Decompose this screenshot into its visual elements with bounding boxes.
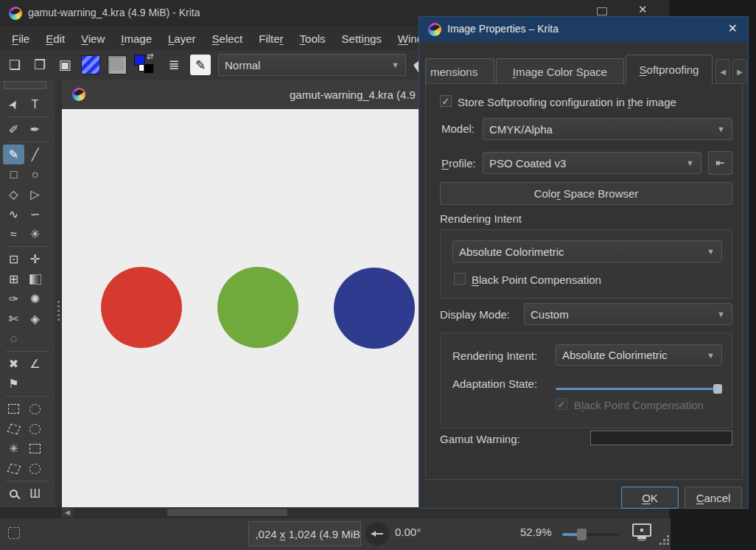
polygonal-selection-tool[interactable]: [3, 419, 24, 439]
scroll-left-icon[interactable]: ◀: [62, 507, 73, 518]
menu-filter[interactable]: Filter: [259, 32, 283, 45]
zoom-slider[interactable]: [562, 533, 620, 536]
dynamic-brush-tool[interactable]: ≈: [3, 224, 24, 244]
ok-button[interactable]: OK: [621, 487, 679, 509]
horizontal-scrollbar[interactable]: ◀: [62, 507, 669, 518]
smart-patch-tool[interactable]: ✄: [3, 309, 24, 329]
new-document-button[interactable]: ❏: [6, 55, 24, 74]
rectangle-tool[interactable]: □: [3, 164, 24, 184]
fullscreen-monitor-icon[interactable]: [632, 523, 651, 537]
enclose-fill-tool[interactable]: ◌: [3, 329, 24, 349]
freehand-path-tool[interactable]: ∽: [24, 204, 46, 224]
polyline-tool[interactable]: ▷: [24, 184, 46, 204]
green-circle: [217, 267, 298, 348]
adaptation-state-slider[interactable]: [556, 383, 722, 394]
menu-tools[interactable]: Tools: [300, 32, 326, 45]
calligraphy-tool-icon: ✒: [30, 124, 40, 136]
background-color[interactable]: [144, 63, 154, 74]
transform-tool[interactable]: ⊡: [3, 249, 24, 269]
assistants-tool[interactable]: ✖: [3, 354, 24, 374]
canvas-rotation-knob[interactable]: [365, 522, 389, 546]
zoom-tool[interactable]: [3, 484, 24, 504]
dialog-titlebar[interactable]: Image Properties – Krita ✕: [419, 17, 748, 42]
freehand-selection-tool[interactable]: [24, 419, 46, 439]
tab-softproofing[interactable]: Softproofing: [626, 55, 713, 84]
tab-image-color-space[interactable]: Image Color Space: [496, 58, 624, 84]
pattern-edit-tool-icon: ✺: [30, 293, 40, 305]
import-profile-button[interactable]: ⇤: [708, 151, 732, 175]
tool-group: ✳: [3, 399, 52, 478]
crop-tool[interactable]: ⊞: [3, 269, 24, 289]
scrollbar-thumb[interactable]: [167, 509, 287, 516]
contiguous-selection-tool[interactable]: [24, 439, 46, 459]
similar-color-selection-tool[interactable]: ✳: [3, 439, 24, 459]
memory-usage-widget[interactable]: ,024 x 1,024 (4.9 MiB: [248, 521, 361, 546]
rendering-intent-group-label: Rendering Intent: [440, 212, 522, 225]
gradient-tool[interactable]: [24, 269, 46, 289]
profile-dropdown[interactable]: PSO Coated v3 ▼: [483, 152, 701, 174]
menu-image[interactable]: Image: [121, 32, 152, 45]
menu-view[interactable]: View: [81, 32, 105, 45]
open-document-button[interactable]: ❐: [31, 55, 49, 74]
tab-scroll-left-icon[interactable]: ◀: [715, 59, 730, 84]
color-space-browser-button[interactable]: Color Space Browser: [440, 182, 732, 205]
slider-thumb[interactable]: [713, 384, 722, 394]
tab-scroll-right-icon[interactable]: ▶: [732, 59, 747, 84]
zoom-slider-thumb[interactable]: [577, 529, 587, 540]
tab-dimensions[interactable]: mensions: [425, 58, 494, 84]
menu-file[interactable]: File: [12, 32, 29, 45]
model-dropdown[interactable]: CMYK/Alpha ▼: [483, 118, 732, 140]
ellipse-tool[interactable]: ○: [24, 164, 46, 184]
menu-select[interactable]: Select: [212, 32, 243, 45]
line-tool[interactable]: ╱: [24, 145, 46, 164]
foreground-background-colors[interactable]: ⇄: [134, 55, 158, 75]
pan-tool[interactable]: Ш: [24, 484, 46, 504]
pattern-edit-tool[interactable]: ✺: [24, 289, 46, 309]
blending-mode-dropdown[interactable]: Normal ▼: [218, 54, 406, 76]
text-tool[interactable]: T: [24, 94, 46, 114]
elliptical-selection-tool[interactable]: [24, 399, 46, 419]
panel-splitter[interactable]: [55, 80, 62, 507]
fill-tool[interactable]: ◈: [24, 309, 46, 329]
menu-edit[interactable]: Edit: [46, 32, 65, 45]
menu-settings[interactable]: Settings: [342, 32, 382, 45]
move-tool[interactable]: ✛: [24, 249, 46, 269]
color-sampler-tool[interactable]: ✑: [3, 289, 24, 309]
rectangular-selection-tool[interactable]: [3, 399, 24, 419]
calligraphy-tool[interactable]: ✒: [24, 119, 46, 139]
maximize-icon[interactable]: [597, 7, 607, 15]
custom-black-point-compensation-checkbox[interactable]: ✓: [556, 398, 567, 410]
brush-editor-button[interactable]: ✎: [190, 55, 211, 75]
magnetic-selection-tool[interactable]: [24, 459, 46, 478]
similar-color-selection-tool-icon: ✳: [9, 443, 18, 455]
polygon-tool[interactable]: ◇: [3, 184, 24, 204]
measure-tool[interactable]: ∠: [24, 354, 46, 374]
multibrush-tool[interactable]: ✳: [24, 224, 46, 244]
display-mode-dropdown[interactable]: Custom ▼: [524, 303, 732, 325]
save-document-button[interactable]: ▣: [56, 55, 74, 74]
transform-tool-icon: ⊡: [9, 254, 18, 265]
freehand-brush-tool[interactable]: ✎: [3, 145, 24, 164]
transform-select-tool[interactable]: ➤: [3, 94, 24, 114]
black-point-compensation-checkbox[interactable]: [454, 273, 466, 285]
resize-grip-icon[interactable]: [667, 535, 669, 537]
selection-mode-icon[interactable]: [8, 527, 20, 539]
pattern-swatch[interactable]: [108, 55, 127, 74]
gradient-swatch[interactable]: [81, 55, 100, 74]
custom-rendering-intent-dropdown[interactable]: Absolute Colorimetric ▼: [556, 344, 722, 366]
cancel-button[interactable]: Cancel: [685, 487, 742, 509]
edit-shapes-tool[interactable]: ✐: [3, 119, 24, 139]
bezier-selection-tool[interactable]: [3, 459, 24, 478]
rendering-intent-dropdown[interactable]: Absolute Colorimetric ▼: [452, 240, 722, 262]
store-softproofing-checkbox[interactable]: ✓: [440, 95, 452, 107]
gamut-warning-color-button[interactable]: [590, 431, 732, 445]
bezier-curve-tool[interactable]: ∿: [3, 204, 24, 224]
swap-colors-icon[interactable]: ⇄: [147, 52, 153, 61]
menu-layer[interactable]: Layer: [168, 32, 196, 45]
toolbox-header[interactable]: [4, 81, 46, 89]
close-icon[interactable]: ✕: [638, 3, 648, 16]
brush-presets-button[interactable]: ≣: [165, 55, 183, 74]
reference-images-tool[interactable]: ⚑: [3, 374, 24, 394]
dialog-close-icon[interactable]: ✕: [728, 21, 738, 35]
chevron-down-icon: ▼: [707, 247, 715, 256]
